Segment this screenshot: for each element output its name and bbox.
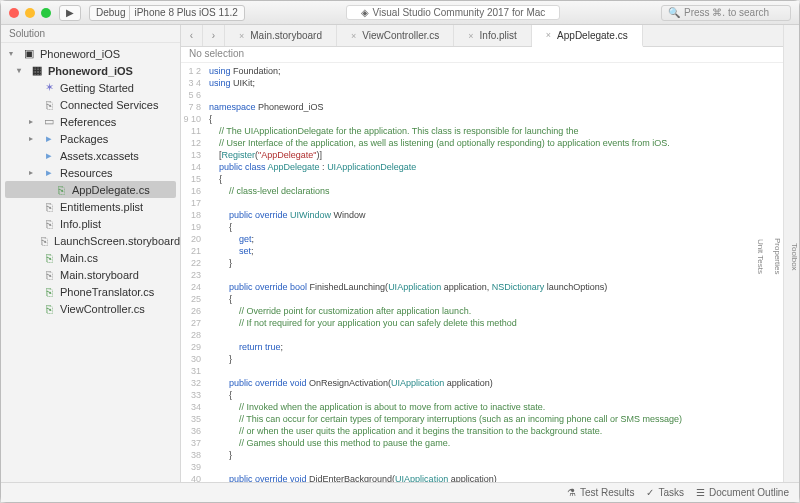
solution-name: Phoneword_iOS xyxy=(40,48,120,60)
tree-item-label: PhoneTranslator.cs xyxy=(60,286,154,298)
tree-item-label: Resources xyxy=(60,167,113,179)
zoom-window-button[interactable] xyxy=(41,8,51,18)
breadcrumb-text: No selection xyxy=(189,48,244,59)
tree-item-label: Main.storyboard xyxy=(60,269,139,281)
solution-root[interactable]: ▾ ▣ Phoneword_iOS xyxy=(1,45,180,62)
test-results-label: Test Results xyxy=(580,487,634,498)
solution-icon: ▣ xyxy=(22,47,36,60)
search-icon: 🔍 xyxy=(668,7,680,18)
plug-icon: ⎘ xyxy=(42,99,56,111)
run-button[interactable]: ▶ xyxy=(59,5,81,21)
tree-item-label: Main.cs xyxy=(60,252,98,264)
tree-item[interactable]: ▸▭References xyxy=(1,113,180,130)
tasks-pad[interactable]: ✓Tasks xyxy=(646,487,684,498)
title-area: ◈ Visual Studio Community 2017 for Mac xyxy=(253,5,653,20)
disclosure-triangle-icon[interactable]: ▸ xyxy=(29,134,38,143)
tab-label: AppDelegate.cs xyxy=(557,30,628,41)
tree-item[interactable]: ▸Assets.xcassets xyxy=(1,147,180,164)
search-placeholder: Press ⌘. to search xyxy=(684,7,769,18)
disclosure-triangle-icon[interactable]: ▾ xyxy=(17,66,26,75)
disclosure-triangle-icon[interactable]: ▾ xyxy=(9,49,18,58)
project-icon: ▦ xyxy=(30,64,44,77)
toolbox-pad-tab[interactable]: Toolbox xyxy=(790,243,799,271)
solution-sidebar: Solution ▾ ▣ Phoneword_iOS ▾ ▦ Phoneword… xyxy=(1,25,181,482)
code-editor[interactable]: 1 2 3 4 5 6 7 8 9 10 11 12 13 14 15 16 1… xyxy=(181,63,783,482)
disclosure-triangle-icon[interactable]: ▸ xyxy=(29,168,38,177)
tree-item[interactable]: ⎘Info.plist xyxy=(1,215,180,232)
document-tabs: ‹ › ×Main.storyboard×ViewController.cs×I… xyxy=(181,25,783,47)
tree-item[interactable]: ⎘Entitlements.plist xyxy=(1,198,180,215)
tree-item[interactable]: ⎘PhoneTranslator.cs xyxy=(1,283,180,300)
app-window: ▶ Debug iPhone 8 Plus iOS 11.2 ◈ Visual … xyxy=(0,0,800,503)
tree-item[interactable]: ✶Getting Started xyxy=(1,79,180,96)
tree-item[interactable]: ⎘Main.storyboard xyxy=(1,266,180,283)
unit-tests-pad-tab[interactable]: Unit Tests xyxy=(756,239,765,274)
tree-item[interactable]: ⎘ViewController.cs xyxy=(1,300,180,317)
tree-item-label: AppDelegate.cs xyxy=(72,184,150,196)
play-icon: ▶ xyxy=(66,7,74,18)
app-title: Visual Studio Community 2017 for Mac xyxy=(373,7,546,18)
config-selector[interactable]: Debug iPhone 8 Plus iOS 11.2 xyxy=(89,5,245,21)
check-icon: ✓ xyxy=(646,487,654,498)
flask-icon: ⚗ xyxy=(567,487,576,498)
wand-icon: ✶ xyxy=(42,81,56,94)
vs-icon: ◈ xyxy=(361,7,369,18)
close-window-button[interactable] xyxy=(9,8,19,18)
tab-nav-back[interactable]: ‹ xyxy=(181,25,203,46)
breadcrumb-bar[interactable]: No selection xyxy=(181,47,783,63)
document-tab[interactable]: ×Info.plist xyxy=(454,25,532,46)
close-tab-icon[interactable]: × xyxy=(546,30,551,40)
title-pill: ◈ Visual Studio Community 2017 for Mac xyxy=(346,5,561,20)
device-label: iPhone 8 Plus iOS 11.2 xyxy=(134,7,237,18)
document-tab-active[interactable]: ×AppDelegate.cs xyxy=(532,25,643,47)
tree-item[interactable]: ▸▸Packages xyxy=(1,130,180,147)
tree-item-label: Getting Started xyxy=(60,82,134,94)
tab-label: ViewController.cs xyxy=(362,30,439,41)
tab-label: Info.plist xyxy=(480,30,517,41)
close-tab-icon[interactable]: × xyxy=(239,31,244,41)
document-tab[interactable]: ×Main.storyboard xyxy=(225,25,337,46)
tree-item-label: Info.plist xyxy=(60,218,101,230)
properties-pad-tab[interactable]: Properties xyxy=(773,238,782,274)
tree-item-label: Assets.xcassets xyxy=(60,150,139,162)
tree-item[interactable]: ⎘Main.cs xyxy=(1,249,180,266)
global-search[interactable]: 🔍 Press ⌘. to search xyxy=(661,5,791,21)
document-tab[interactable]: ×ViewController.cs xyxy=(337,25,454,46)
tree-item[interactable]: ▸▸Resources xyxy=(1,164,180,181)
tree-item[interactable]: ⎘Connected Services xyxy=(1,96,180,113)
cs-icon: ⎘ xyxy=(42,252,56,264)
tab-label: Main.storyboard xyxy=(250,30,322,41)
outline-icon: ☰ xyxy=(696,487,705,498)
tree-item[interactable]: ⎘LaunchScreen.storyboard xyxy=(1,232,180,249)
line-gutter: 1 2 3 4 5 6 7 8 9 10 11 12 13 14 15 16 1… xyxy=(181,63,205,482)
separator xyxy=(129,6,130,20)
tree-item-label: ViewController.cs xyxy=(60,303,145,315)
file-icon: ⎘ xyxy=(40,235,50,247)
editor-area: ‹ › ×Main.storyboard×ViewController.cs×I… xyxy=(181,25,783,482)
close-tab-icon[interactable]: × xyxy=(468,31,473,41)
solution-tree[interactable]: ▾ ▣ Phoneword_iOS ▾ ▦ Phoneword_iOS ✶Get… xyxy=(1,43,180,482)
folder-icon: ▸ xyxy=(42,166,56,179)
sidebar-header: Solution xyxy=(1,25,180,43)
cs-icon: ⎘ xyxy=(42,286,56,298)
tree-item-selected[interactable]: ⎘AppDelegate.cs xyxy=(5,181,176,198)
project-node[interactable]: ▾ ▦ Phoneword_iOS xyxy=(1,62,180,79)
cs-icon: ⎘ xyxy=(42,303,56,315)
ref-icon: ▭ xyxy=(42,115,56,128)
window-controls xyxy=(9,8,51,18)
file-icon: ⎘ xyxy=(42,218,56,230)
minimize-window-button[interactable] xyxy=(25,8,35,18)
sidebar-title: Solution xyxy=(9,28,45,39)
tab-nav-fwd[interactable]: › xyxy=(203,25,225,46)
outline-label: Document Outline xyxy=(709,487,789,498)
project-name: Phoneword_iOS xyxy=(48,65,133,77)
disclosure-triangle-icon[interactable]: ▸ xyxy=(29,117,38,126)
tasks-label: Tasks xyxy=(658,487,684,498)
tree-item-label: Entitlements.plist xyxy=(60,201,143,213)
document-outline-pad[interactable]: ☰Document Outline xyxy=(696,487,789,498)
test-results-pad[interactable]: ⚗Test Results xyxy=(567,487,634,498)
folder-icon: ▸ xyxy=(42,132,56,145)
code-content[interactable]: using Foundation; using UIKit; namespace… xyxy=(205,63,783,482)
close-tab-icon[interactable]: × xyxy=(351,31,356,41)
cs-icon: ⎘ xyxy=(54,184,68,196)
